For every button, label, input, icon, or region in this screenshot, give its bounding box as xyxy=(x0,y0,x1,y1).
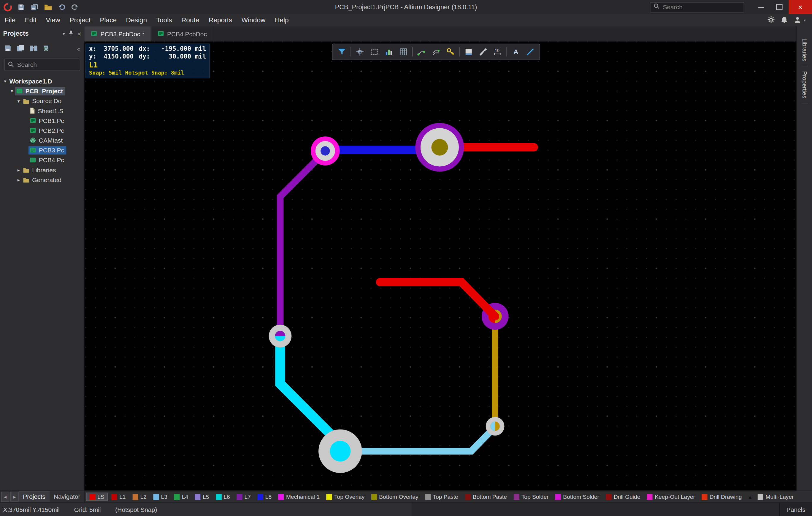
doc-tab-pcb4[interactable]: PCB4.PcbDoc xyxy=(151,26,214,42)
select-area-icon[interactable] xyxy=(368,45,381,58)
pad-large-bottom[interactable] xyxy=(330,441,351,462)
tab-projects[interactable]: Projects xyxy=(19,491,50,503)
track-purple[interactable] xyxy=(280,153,324,337)
doc-tab-pcb3[interactable]: PCB3.PcbDoc * xyxy=(84,26,151,42)
layer-tab-l2[interactable]: L2 xyxy=(129,493,150,500)
collapse-panel-icon[interactable]: « xyxy=(77,46,81,52)
menu-view[interactable]: View xyxy=(41,14,65,26)
scroll-left-icon[interactable]: ◄ xyxy=(1,492,9,502)
layer-tab-keep-out-layer[interactable]: Keep-Out Layer xyxy=(644,493,698,500)
track-lightblue[interactable] xyxy=(340,427,495,451)
panels-button[interactable]: Panels xyxy=(779,503,812,516)
pcb-canvas[interactable]: x: 3705.000 dx: -195.000 mil y: 4150.000… xyxy=(84,42,796,491)
expand-icon[interactable]: ▸ xyxy=(16,177,22,182)
tab-properties[interactable]: Properties xyxy=(801,66,808,104)
layer-tab-drill-guide[interactable]: Drill Guide xyxy=(603,493,643,500)
close-panel-icon[interactable]: × xyxy=(78,30,81,37)
place-text-icon[interactable]: A xyxy=(509,45,522,58)
open-documents-icon[interactable] xyxy=(17,44,24,53)
pin-icon[interactable] xyxy=(68,30,74,37)
pad-large-top[interactable] xyxy=(432,139,448,156)
open-folder-icon[interactable] xyxy=(44,2,53,11)
maximize-button[interactable] xyxy=(770,0,789,14)
layer-tab-bottom-overlay[interactable]: Bottom Overlay xyxy=(368,493,422,500)
redo-icon[interactable] xyxy=(70,2,80,11)
layer-tab-top-solder[interactable]: Top Solder xyxy=(511,493,552,500)
menu-file[interactable]: File xyxy=(0,14,20,26)
route-icon[interactable] xyxy=(415,45,428,58)
tree-item-pcb4-pc[interactable]: PCB4.Pc xyxy=(0,155,84,165)
layer-tab-mechanical-1[interactable]: Mechanical 1 xyxy=(275,493,323,500)
tree-item-pcb1-pc[interactable]: PCB1.Pc xyxy=(0,115,84,125)
layer-stack-icon[interactable] xyxy=(462,45,475,58)
layer-tab-l8[interactable]: L8 xyxy=(254,493,274,500)
projects-search-input[interactable]: Search xyxy=(4,58,81,71)
close-button[interactable]: × xyxy=(788,0,812,14)
board-insight-histogram-icon[interactable] xyxy=(382,45,396,58)
compare-documents-icon[interactable] xyxy=(29,44,38,53)
save-all-icon[interactable] xyxy=(30,2,39,11)
layer-tab-bottom-paste[interactable]: Bottom Paste xyxy=(462,493,510,500)
track-red-lower[interactable] xyxy=(380,282,495,316)
dimension-icon[interactable]: 10 xyxy=(491,45,504,58)
place-line-icon[interactable] xyxy=(524,45,537,58)
tree-item-pcb2-pc[interactable]: PCB2.Pc xyxy=(0,125,84,135)
collapse-icon[interactable]: ▾ xyxy=(2,78,8,83)
tree-item-libraries[interactable]: ▸Libraries xyxy=(0,165,84,175)
track-cyan[interactable] xyxy=(280,334,339,443)
settings-gear-icon[interactable] xyxy=(767,16,775,25)
expand-icon[interactable]: ▸ xyxy=(16,167,22,172)
save-icon[interactable] xyxy=(17,2,26,11)
minimize-button[interactable] xyxy=(751,0,770,14)
layer-tab-ls[interactable]: LS xyxy=(86,492,108,501)
menu-project[interactable]: Project xyxy=(65,14,95,26)
tree-item-source-do[interactable]: ▾Source Do xyxy=(0,96,84,106)
tree-item-pcb3-pc[interactable]: PCB3.Pc xyxy=(0,145,84,155)
refresh-documents-icon[interactable] xyxy=(43,44,50,53)
scroll-right-icon[interactable]: ► xyxy=(10,492,19,502)
tree-item-sheet1-s[interactable]: Sheet1.S xyxy=(0,106,84,115)
layer-tab-l7[interactable]: L7 xyxy=(234,493,254,500)
tree-item-pcb-project[interactable]: ▾PCB_Project xyxy=(0,86,84,96)
filter-icon[interactable] xyxy=(335,45,348,58)
tab-libraries[interactable]: Libraries xyxy=(801,33,808,66)
notifications-bell-icon[interactable] xyxy=(781,16,788,25)
user-dropdown-caret-icon[interactable]: ▾ xyxy=(804,18,806,23)
key-icon[interactable] xyxy=(444,45,457,58)
measure-ruler-icon[interactable] xyxy=(476,45,490,58)
layer-tab-l6[interactable]: L6 xyxy=(213,493,233,500)
menu-tools[interactable]: Tools xyxy=(152,14,177,26)
tab-navigator[interactable]: Navigator xyxy=(50,491,85,503)
tree-item-generated[interactable]: ▸Generated xyxy=(0,175,84,185)
menu-help[interactable]: Help xyxy=(270,14,293,26)
snap-crosshair-icon[interactable] xyxy=(353,45,367,58)
user-account-icon[interactable] xyxy=(794,16,802,25)
layer-tab-l5[interactable]: L5 xyxy=(192,493,212,500)
layer-tab-top-overlay[interactable]: Top Overlay xyxy=(323,493,368,500)
collapse-icon[interactable]: ▾ xyxy=(16,98,22,103)
menu-edit[interactable]: Edit xyxy=(20,14,41,26)
menu-window[interactable]: Window xyxy=(237,14,270,26)
menu-design[interactable]: Design xyxy=(121,14,152,26)
layer-tab-l4[interactable]: L4 xyxy=(171,493,191,500)
tree-item-camtast[interactable]: CAMtast xyxy=(0,135,84,145)
titlebar-search-input[interactable]: Search xyxy=(650,2,744,12)
menu-reports[interactable]: Reports xyxy=(204,14,237,26)
layer-tab-bottom-solder[interactable]: Bottom Solder xyxy=(552,493,603,500)
menu-route[interactable]: Route xyxy=(177,14,204,26)
layer-tab-l1[interactable]: L1 xyxy=(109,493,129,500)
panel-dropdown-icon[interactable]: ▾ xyxy=(63,31,65,36)
grid-settings-icon[interactable] xyxy=(397,45,410,58)
layer-tab-top-paste[interactable]: Top Paste xyxy=(422,493,461,500)
layer-tab-drill-drawing[interactable]: Drill Drawing xyxy=(699,493,745,500)
layer-tab-l3[interactable]: L3 xyxy=(150,493,170,500)
layer-tab-multi-layer[interactable]: Multi-Layer xyxy=(755,493,797,500)
menu-place[interactable]: Place xyxy=(95,14,121,26)
projects-panel-header: Projects ▾ × xyxy=(0,26,84,41)
panel-save-icon[interactable] xyxy=(4,44,11,53)
undo-icon[interactable] xyxy=(57,2,66,11)
tree-item-workspace1-d[interactable]: ▾Workspace1.D xyxy=(0,76,84,86)
differential-route-icon[interactable] xyxy=(430,45,443,58)
via-magenta-top[interactable] xyxy=(321,146,330,155)
collapse-icon[interactable]: ▾ xyxy=(9,88,15,93)
